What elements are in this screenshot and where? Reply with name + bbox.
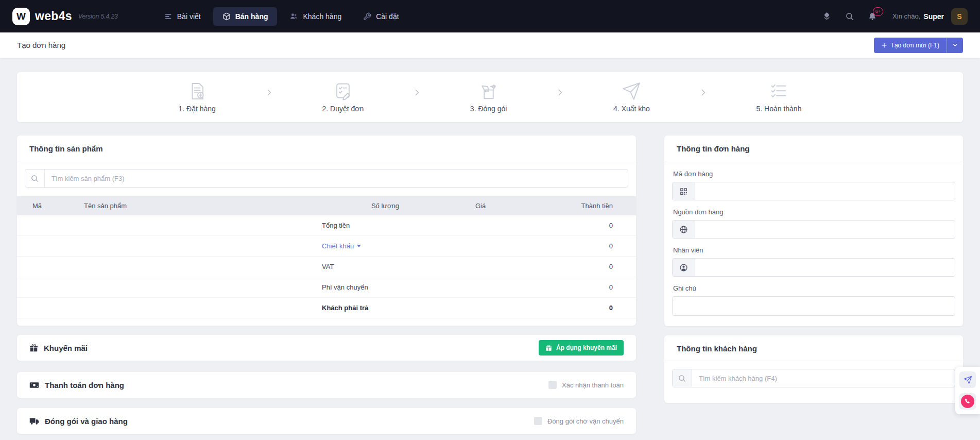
checklist-pencil-icon — [333, 81, 353, 101]
note-input[interactable] — [672, 296, 955, 316]
create-order-split-button: Tạo đơn mới (F1) — [874, 38, 963, 53]
gift-icon — [29, 344, 38, 352]
notification-bell-icon[interactable]: 6+ — [868, 12, 877, 21]
chevron-right-icon — [556, 88, 564, 97]
confirm-payment-label: Xác nhận thanh toán — [562, 381, 624, 389]
promotion-bar: Khuyến mãi Áp dụng khuyến mãi — [17, 335, 636, 361]
page-header: Tạo đơn hàng Tạo đơn mới (F1) — [0, 32, 980, 58]
step-complete[interactable]: 5. Hoàn thành — [756, 81, 801, 113]
cube-icon — [222, 12, 231, 21]
step-pack[interactable]: 3. Đóng gói — [470, 81, 507, 113]
menu-item-sales[interactable]: Bán hàng — [213, 7, 278, 26]
users-icon — [289, 12, 298, 21]
search-icon[interactable] — [845, 12, 854, 21]
plus-icon — [881, 42, 887, 48]
step-label: 3. Đóng gói — [470, 105, 507, 113]
discount-dropdown[interactable]: Chiết khấu — [322, 242, 361, 250]
shipping-title: Đóng gói và giao hàng — [45, 417, 128, 426]
globe-icon — [673, 221, 695, 238]
create-order-dropdown-button[interactable] — [947, 38, 963, 53]
payment-bar: Thanh toán đơn hàng Xác nhận thanh toán — [17, 372, 636, 398]
step-dispatch[interactable]: 4. Xuất kho — [613, 81, 650, 113]
order-code-label: Mã đơn hàng — [673, 170, 954, 178]
page-title: Tạo đơn hàng — [17, 41, 65, 49]
summary-value: 0 — [609, 242, 636, 250]
summary-value: 0 — [609, 263, 636, 270]
summary-row-shipping-fee: Phí vận chuyển 0 — [17, 277, 636, 298]
step-order[interactable]: 1. Đặt hàng — [179, 81, 216, 113]
customer-info-card: Thông tin khách hàng — [664, 335, 963, 403]
staff-group — [672, 258, 955, 277]
summary-row-discount: Chiết khấu 0 — [17, 236, 636, 257]
navbar-right: 6+ Xin chào, Super S — [809, 8, 968, 25]
order-source-input[interactable] — [695, 221, 955, 238]
column-code: Mã — [17, 202, 84, 210]
call-support-button[interactable] — [959, 393, 976, 410]
product-search-input[interactable] — [45, 170, 628, 187]
product-info-title: Thông tin sản phẩm — [17, 136, 636, 161]
confirm-payment-checkbox-row[interactable]: Xác nhận thanh toán — [548, 381, 624, 389]
create-order-button[interactable]: Tạo đơn mới (F1) — [874, 38, 947, 53]
pack-await-checkbox-row[interactable]: Đóng gói chờ vận chuyển — [534, 417, 624, 425]
note-label: Ghi chú — [673, 284, 954, 292]
top-navbar: W web4s Version 5.4.23 Bài viết Bán hàng… — [0, 0, 980, 32]
support-widget — [955, 367, 980, 414]
promotion-title: Khuyến mãi — [44, 344, 88, 352]
document-plus-icon — [187, 81, 207, 101]
product-info-card: Thông tin sản phẩm Mã Tên sản phẩm Số lư… — [17, 136, 636, 326]
paper-plane-icon — [964, 376, 972, 384]
user-icon — [673, 259, 695, 276]
order-source-group — [672, 220, 955, 239]
apply-promotion-button[interactable]: Áp dụng khuyến mãi — [539, 340, 624, 356]
menu-item-customers[interactable]: Khách hàng — [280, 7, 351, 26]
version-label: Version 5.4.23 — [78, 13, 118, 20]
column-total: Thành tiền — [522, 202, 636, 210]
pack-await-label: Đóng gói chờ vận chuyển — [547, 417, 624, 425]
main-menu: Bài viết Bán hàng Khách hàng Cài đặt — [155, 7, 408, 26]
web4s-logo-icon[interactable]: W — [12, 8, 30, 25]
menu-item-label: Khách hàng — [303, 12, 341, 21]
product-table-header: Mã Tên sản phẩm Số lượng Giá Thành tiền — [17, 196, 636, 215]
summary-value: 0 — [609, 304, 636, 312]
column-qty: Số lượng — [331, 202, 439, 210]
menu-item-label: Bán hàng — [235, 12, 268, 21]
payment-title: Thanh toán đơn hàng — [45, 381, 124, 390]
menu-item-settings[interactable]: Cài đặt — [354, 7, 408, 26]
right-column: Thông tin đơn hàng Mã đơn hàng Nguồn đơn… — [664, 136, 963, 403]
greeting-text: Xin chào, — [892, 12, 920, 20]
customer-search-input[interactable] — [692, 369, 955, 387]
open-box-icon — [479, 81, 498, 101]
order-source-label: Nguồn đơn hàng — [673, 208, 954, 216]
step-approve[interactable]: 2. Duyệt đơn — [322, 81, 364, 113]
staff-input[interactable] — [695, 259, 955, 276]
summary-row-total: Tổng tiền 0 — [17, 215, 636, 236]
send-message-button[interactable] — [959, 371, 976, 388]
product-search-box — [25, 169, 628, 188]
chevron-right-icon — [265, 88, 273, 97]
checkbox[interactable] — [548, 381, 557, 389]
create-order-label: Tạo đơn mới (F1) — [891, 42, 939, 49]
column-name: Tên sản phẩm — [84, 202, 331, 210]
chevron-right-icon — [412, 88, 421, 97]
paper-plane-icon — [622, 81, 641, 101]
left-column: Thông tin sản phẩm Mã Tên sản phẩm Số lư… — [17, 136, 636, 434]
user-avatar[interactable]: S — [951, 8, 968, 25]
order-info-card: Thông tin đơn hàng Mã đơn hàng Nguồn đơn… — [664, 136, 963, 326]
apply-promotion-label: Áp dụng khuyến mãi — [556, 344, 617, 351]
notification-badge: 6+ — [873, 7, 883, 16]
layers-icon[interactable] — [822, 11, 832, 21]
checklist-icon — [769, 81, 788, 101]
menu-item-articles[interactable]: Bài viết — [155, 7, 210, 26]
chevron-right-icon — [699, 88, 708, 97]
article-icon — [164, 12, 173, 21]
summary-value: 0 — [609, 283, 636, 291]
order-code-input[interactable] — [695, 182, 955, 200]
step-label: 1. Đặt hàng — [179, 105, 216, 113]
checkbox[interactable] — [534, 417, 542, 425]
summary-label: VAT — [322, 263, 334, 270]
order-info-title: Thông tin đơn hàng — [664, 136, 963, 161]
step-label: 2. Duyệt đơn — [322, 105, 364, 113]
gift-icon — [545, 345, 552, 351]
phone-icon — [961, 395, 974, 408]
summary-label: Phí vận chuyển — [322, 283, 368, 291]
